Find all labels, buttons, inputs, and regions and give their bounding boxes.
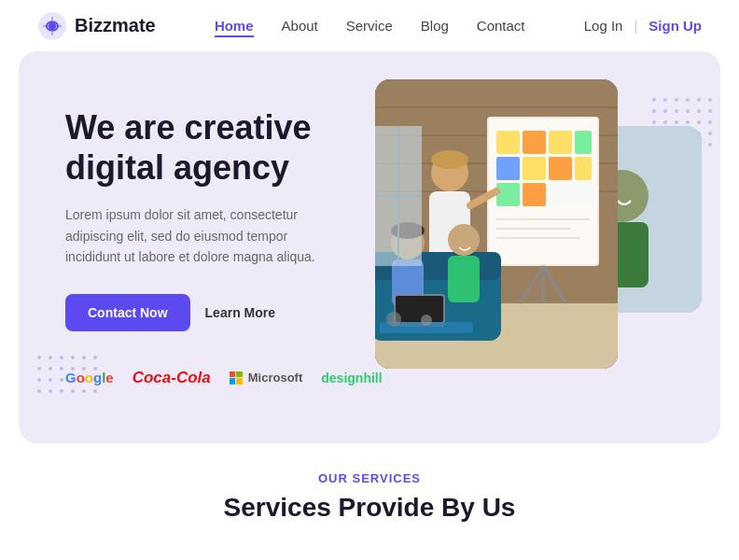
nav-links: Home About Service Blog Contact [215,18,525,35]
hero-images: RIO CLUB [356,70,720,434]
svg-point-33 [431,150,468,169]
auth-separator: | [634,18,637,34]
logo-icon [37,11,67,41]
svg-rect-20 [549,131,572,154]
hero-section: We are creative digital agency Lorem ips… [19,51,720,443]
svg-rect-27 [523,183,546,206]
nav-item-blog[interactable]: Blog [421,18,449,35]
learn-more-button[interactable]: Learn More [205,305,275,320]
svg-rect-19 [523,131,546,154]
nav-item-service[interactable]: Service [346,18,393,35]
hero-description: Lorem ipsum dolor sit amet, consectetur … [65,204,327,267]
svg-rect-22 [496,157,520,180]
navbar: Bizzmate Home About Service Blog Contact… [0,0,739,51]
nav-item-home[interactable]: Home [215,18,254,35]
nav-item-contact[interactable]: Contact [477,18,525,35]
hero-title: We are creative digital agency [65,107,383,188]
svg-rect-26 [496,183,520,206]
cocacola-logo: Coca-Cola [132,369,211,387]
svg-rect-28 [549,183,595,206]
contact-now-button[interactable]: Contact Now [65,294,190,331]
svg-point-47 [448,224,480,256]
svg-rect-24 [549,157,572,180]
svg-rect-18 [496,131,520,154]
google-logo: Google [65,370,114,385]
svg-rect-21 [575,131,592,154]
hero-image-main [375,79,618,369]
logo-text: Bizzmate [75,15,156,36]
svg-rect-48 [448,256,480,302]
partner-logos: Google Coca-Cola Microsoft designhill [65,369,383,387]
services-title: Services Provide By Us [19,493,720,523]
services-section: OUR SERVICES Services Provide By Us [0,443,739,532]
designhill-logo: designhill [321,371,382,385]
svg-point-56 [386,312,401,327]
hero-content: We are creative digital agency Lorem ips… [65,89,383,387]
microsoft-logo: Microsoft [230,371,303,385]
signup-link[interactable]: Sign Up [648,18,702,34]
nav-item-about[interactable]: About [282,18,318,35]
services-label: OUR SERVICES [19,471,720,485]
login-link[interactable]: Log In [584,18,623,34]
svg-rect-25 [575,157,592,180]
nav-auth: Log In | Sign Up [584,18,702,34]
svg-rect-46 [396,296,443,322]
hero-buttons: Contact Now Learn More [65,294,383,331]
svg-point-57 [421,315,432,326]
svg-rect-23 [523,157,546,180]
logo[interactable]: Bizzmate [37,11,156,41]
